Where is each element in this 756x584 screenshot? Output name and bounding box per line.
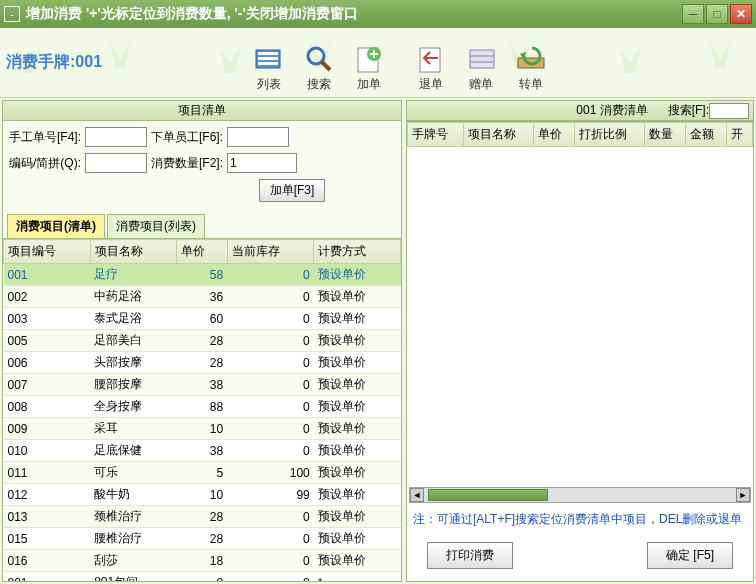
svg-rect-10: [420, 48, 440, 72]
search-button-label: 搜索: [307, 76, 331, 93]
table-row[interactable]: 001足疗580预设单价: [4, 264, 401, 286]
print-button[interactable]: 打印消费: [427, 542, 513, 569]
brand-label: 消费手牌:001: [6, 52, 102, 73]
right-pane: 001 消费清单 搜索[F]: 手牌号项目名称单价打折比例数量金额开 ◄ ► 注…: [406, 100, 754, 582]
scroll-left-icon[interactable]: ◄: [410, 488, 424, 502]
left-pane-header: 项目清单: [3, 101, 401, 121]
list-button-label: 列表: [257, 76, 281, 93]
qty-label: 消费数量[F2]:: [151, 155, 223, 172]
return-button-label: 退单: [419, 76, 443, 93]
table-row[interactable]: 008全身按摩880预设单价: [4, 396, 401, 418]
code-label: 编码/简拼(Q):: [9, 155, 81, 172]
transfer-button-label: 转单: [519, 76, 543, 93]
svg-point-4: [308, 48, 324, 64]
column-header[interactable]: 计费方式: [314, 240, 401, 264]
column-header[interactable]: 数量: [645, 123, 686, 147]
right-search-label: 搜索[F]:: [668, 102, 709, 119]
column-header[interactable]: 金额: [686, 123, 727, 147]
svg-line-5: [322, 62, 330, 70]
tab-list[interactable]: 消费项目(清单): [7, 214, 105, 238]
table-row[interactable]: 011可乐5100预设单价: [4, 462, 401, 484]
column-header[interactable]: 开: [726, 123, 752, 147]
table-row[interactable]: 007腰部按摩380预设单价: [4, 374, 401, 396]
svg-rect-3: [258, 62, 278, 65]
form-area: 手工单号[F4]: 下单员工[F6]: 编码/简拼(Q): 消费数量[F2]: …: [3, 121, 401, 214]
add-button[interactable]: 加单: [344, 40, 394, 95]
column-header[interactable]: 项目名称: [90, 240, 177, 264]
list-icon: [250, 42, 288, 76]
right-pane-header: 001 消费清单 搜索[F]:: [407, 101, 753, 121]
table-row[interactable]: 015腰椎治疗280预设单价: [4, 528, 401, 550]
transfer-button[interactable]: 转单: [506, 40, 556, 95]
maximize-button[interactable]: □: [706, 4, 728, 24]
column-header[interactable]: 当前库存: [227, 240, 314, 264]
scroll-thumb[interactable]: [428, 489, 548, 501]
item-grid[interactable]: 项目编号项目名称单价当前库存计费方式 001足疗580预设单价002中药足浴36…: [3, 238, 401, 581]
add-button-label: 加单: [357, 76, 381, 93]
table-row[interactable]: 012酸牛奶1099预设单价: [4, 484, 401, 506]
confirm-button[interactable]: 确定 [F5]: [647, 542, 733, 569]
note-text: 注：可通过[ALT+F]搜索定位消费清单中项目，DEL删除或退单: [407, 505, 753, 534]
toolbar: 消费手牌:001 列表 搜索 加单 退单 赠单 转单: [0, 28, 756, 98]
close-button[interactable]: ✕: [730, 4, 752, 24]
minimize-button[interactable]: ─: [682, 4, 704, 24]
table-row[interactable]: 801801包间00*: [4, 572, 401, 582]
left-pane: 项目清单 手工单号[F4]: 下单员工[F6]: 编码/简拼(Q): 消费数量[…: [2, 100, 402, 582]
staff-input[interactable]: [227, 127, 289, 147]
h-scrollbar[interactable]: ◄ ►: [409, 487, 751, 503]
manual-input[interactable]: [85, 127, 147, 147]
search-button[interactable]: 搜索: [294, 40, 344, 95]
table-row[interactable]: 002中药足浴360预设单价: [4, 286, 401, 308]
gift-icon: [462, 42, 500, 76]
titlebar: - 增加消费 '+'光标定位到消费数量, '-'关闭增加消费窗口 ─ □ ✕: [0, 0, 756, 28]
consume-grid[interactable]: 手牌号项目名称单价打折比例数量金额开: [407, 121, 753, 485]
window-title: 增加消费 '+'光标定位到消费数量, '-'关闭增加消费窗口: [26, 5, 682, 23]
column-header[interactable]: 手牌号: [408, 123, 464, 147]
table-row[interactable]: 013颈椎治疗280预设单价: [4, 506, 401, 528]
search-icon: [300, 42, 338, 76]
table-row[interactable]: 006头部按摩280预设单价: [4, 352, 401, 374]
return-button[interactable]: 退单: [406, 40, 456, 95]
column-header[interactable]: 打折比例: [574, 123, 644, 147]
scroll-right-icon[interactable]: ►: [736, 488, 750, 502]
column-header[interactable]: 单价: [534, 123, 575, 147]
list-button[interactable]: 列表: [244, 40, 294, 95]
table-row[interactable]: 016刮莎180预设单价: [4, 550, 401, 572]
right-search-input[interactable]: [709, 103, 749, 119]
tab-table[interactable]: 消费项目(列表): [107, 214, 205, 238]
gift-button-label: 赠单: [469, 76, 493, 93]
svg-rect-1: [258, 52, 278, 55]
staff-label: 下单员工[F6]:: [151, 129, 223, 146]
transfer-icon: [512, 42, 550, 76]
gift-button[interactable]: 赠单: [456, 40, 506, 95]
svg-rect-2: [258, 57, 278, 60]
return-icon: [412, 42, 450, 76]
svg-rect-11: [470, 50, 494, 68]
code-input[interactable]: [85, 153, 147, 173]
table-row[interactable]: 009采耳100预设单价: [4, 418, 401, 440]
add-order-button[interactable]: 加单[F3]: [259, 179, 326, 202]
right-header-title: 001 消费清单: [576, 102, 647, 119]
system-menu-icon[interactable]: -: [4, 6, 20, 22]
table-row[interactable]: 003泰式足浴600预设单价: [4, 308, 401, 330]
table-row[interactable]: 010足底保健380预设单价: [4, 440, 401, 462]
column-header[interactable]: 项目编号: [4, 240, 91, 264]
column-header[interactable]: 单价: [177, 240, 227, 264]
table-row[interactable]: 005足部美白280预设单价: [4, 330, 401, 352]
column-header[interactable]: 项目名称: [463, 123, 533, 147]
manual-label: 手工单号[F4]:: [9, 129, 81, 146]
add-icon: [350, 42, 388, 76]
qty-input[interactable]: [227, 153, 297, 173]
